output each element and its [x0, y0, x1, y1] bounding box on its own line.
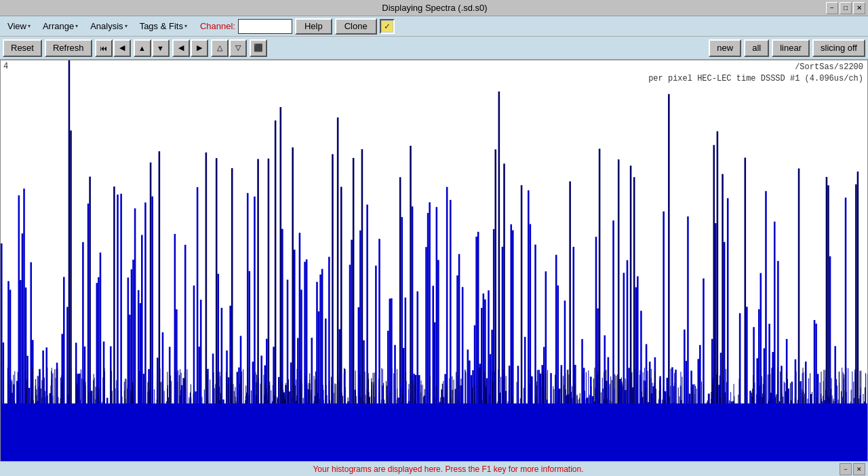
analysis-label: Analysis	[90, 21, 123, 31]
chart1-canvas[interactable]	[1, 60, 867, 461]
status-minimize-button[interactable]: −	[840, 463, 852, 475]
new-button[interactable]: new	[709, 39, 741, 57]
nav-group-2: ▲ ▼	[134, 39, 170, 57]
arrange-label: Arrange	[43, 21, 74, 31]
tags-fits-menu[interactable]: Tags & Fits ▾	[135, 19, 192, 33]
charts-area: 4 /SortSas/s2200 per pixel HEC-LEC time …	[0, 60, 868, 461]
chart-panel-1[interactable]: 4 /SortSas/s2200 per pixel HEC-LEC time …	[0, 60, 868, 461]
refresh-button[interactable]: Refresh	[45, 39, 92, 57]
view-label: View	[7, 21, 26, 31]
checkbox-button[interactable]: ✓	[380, 19, 395, 34]
nav-group-4: △ ▽	[211, 39, 247, 57]
status-message: Your histograms are displayed here. Pres…	[57, 464, 840, 474]
linear-button[interactable]: linear	[772, 39, 810, 57]
status-text-suffix: for more information.	[507, 464, 584, 474]
tags-fits-arrow: ▾	[184, 23, 187, 29]
clone-button[interactable]: Clone	[335, 18, 377, 35]
view-arrow: ▾	[28, 23, 31, 29]
window-title: Displaying Spectra (.sd.s0)	[43, 3, 826, 13]
channel-input[interactable]	[238, 19, 292, 34]
view-menu[interactable]: View ▾	[3, 19, 35, 33]
nav-scroll-down-button[interactable]: ▽	[229, 39, 247, 57]
nav-left-button[interactable]: ◀	[172, 39, 190, 57]
reset-button[interactable]: Reset	[3, 39, 42, 57]
minimize-button[interactable]: −	[826, 2, 838, 14]
channel-label: Channel:	[200, 21, 235, 31]
chart1-y-max: 4	[3, 62, 8, 71]
title-bar: Displaying Spectra (.sd.s0) − □ ✕	[0, 0, 868, 16]
status-bar: Your histograms are displayed here. Pres…	[0, 461, 868, 476]
nav-prev-button[interactable]: ◀	[113, 39, 131, 57]
arrange-arrow: ▾	[75, 23, 78, 29]
analysis-arrow: ▾	[125, 23, 127, 29]
arrange-menu[interactable]: Arrange ▾	[38, 19, 83, 33]
nav-right-button[interactable]: ▶	[191, 39, 208, 57]
window-controls: − □ ✕	[826, 2, 865, 14]
status-text-prefix: Your histograms are displayed here. Pres…	[313, 464, 481, 474]
status-f1-key: F1 key	[481, 464, 506, 474]
nav-up-button[interactable]: ▲	[134, 39, 151, 57]
restore-button[interactable]: □	[840, 2, 852, 14]
nav-scroll-up-button[interactable]: △	[211, 39, 229, 57]
nav-first-button[interactable]: ⏮	[95, 39, 113, 57]
menu-bar: View ▾ Arrange ▾ Analysis ▾ Tags & Fits …	[0, 16, 868, 37]
all-button[interactable]: all	[744, 39, 769, 57]
slicing-off-button[interactable]: slicing off	[812, 39, 865, 57]
tags-fits-label: Tags & Fits	[140, 21, 183, 31]
help-button[interactable]: Help	[295, 18, 332, 35]
check-mark: ✓	[382, 21, 393, 32]
close-button[interactable]: ✕	[853, 2, 865, 14]
nav-down-button[interactable]: ▼	[152, 39, 170, 57]
status-controls: − ✕	[840, 463, 865, 475]
status-close-button[interactable]: ✕	[853, 463, 865, 475]
analysis-menu[interactable]: Analysis ▾	[85, 19, 132, 33]
toolbar: Reset Refresh ⏮ ◀ ▲ ▼ ◀ ▶ △ ▽ ⬛ new all …	[0, 37, 868, 60]
nav-group-1: ⏮ ◀	[95, 39, 131, 57]
nav-group-3: ◀ ▶	[172, 39, 208, 57]
nav-square-button[interactable]: ⬛	[250, 39, 267, 57]
